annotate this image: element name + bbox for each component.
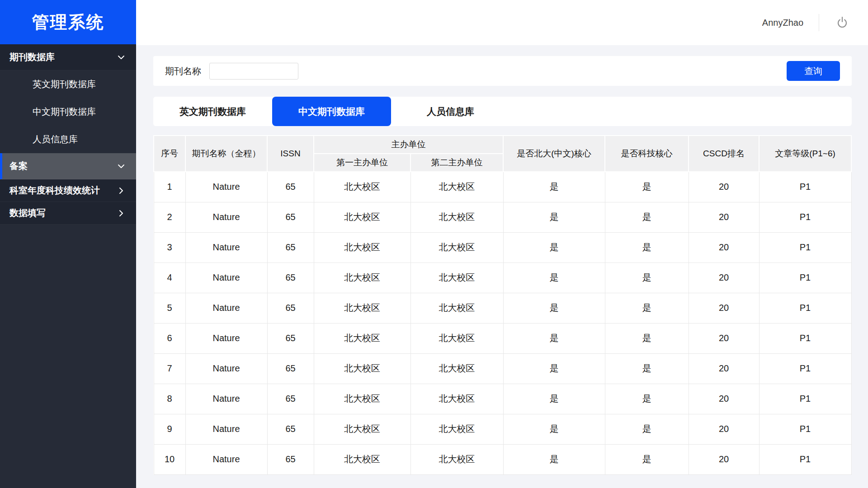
table-cell: 是 bbox=[605, 444, 689, 474]
table-body: 1Nature65北大校区北大校区是是20P12Nature65北大校区北大校区… bbox=[154, 172, 851, 474]
table-cell: 4 bbox=[154, 263, 185, 293]
table-cell: 是 bbox=[605, 172, 689, 202]
table-row: 4Nature65北大校区北大校区是是20P1 bbox=[154, 263, 851, 293]
col-header-journal-name: 期刊名称（全程） bbox=[185, 136, 267, 172]
table-cell: 65 bbox=[267, 353, 314, 384]
table-cell: 北大校区 bbox=[314, 384, 410, 414]
table-cell: 北大校区 bbox=[410, 384, 503, 414]
table-cell: 是 bbox=[605, 263, 689, 293]
sidebar-item-data-entry[interactable]: 数据填写 bbox=[0, 202, 136, 225]
table-cell: 20 bbox=[689, 172, 759, 202]
sidebar-item-journal-db[interactable]: 期刊数据库 bbox=[0, 44, 136, 70]
table-cell: 是 bbox=[605, 323, 689, 353]
table-cell: 20 bbox=[689, 323, 759, 353]
table-cell: 65 bbox=[267, 232, 314, 263]
table-cell: 北大校区 bbox=[314, 444, 410, 474]
table-cell: 北大校区 bbox=[410, 263, 503, 293]
table-row: 10Nature65北大校区北大校区是是20P1 bbox=[154, 444, 851, 474]
table-cell: 北大校区 bbox=[314, 202, 410, 232]
table-cell: 是 bbox=[503, 353, 605, 384]
table-cell: Nature bbox=[185, 293, 267, 323]
sidebar: 管理系统 期刊数据库 英文期刊数据库 中文期刊数据库 人员信息库 备案 科室年度… bbox=[0, 0, 136, 488]
table-cell: 9 bbox=[154, 414, 185, 444]
table-row: 9Nature65北大校区北大校区是是20P1 bbox=[154, 414, 851, 444]
table-cell: 65 bbox=[267, 263, 314, 293]
table-cell: P1 bbox=[759, 444, 851, 474]
table-cell: 7 bbox=[154, 353, 185, 384]
table-cell: 65 bbox=[267, 444, 314, 474]
query-button[interactable]: 查询 bbox=[787, 61, 840, 81]
table-cell: 1 bbox=[154, 172, 185, 202]
table-row: 6Nature65北大校区北大校区是是20P1 bbox=[154, 323, 851, 353]
tab-chinese-journal-db[interactable]: 中文期刊数据库 bbox=[272, 97, 391, 126]
table-cell: 20 bbox=[689, 444, 759, 474]
username[interactable]: AnnyZhao bbox=[762, 18, 803, 28]
table-row: 8Nature65北大校区北大校区是是20P1 bbox=[154, 384, 851, 414]
table-cell: 20 bbox=[689, 202, 759, 232]
topbar-divider bbox=[819, 14, 819, 31]
table-cell: 是 bbox=[503, 444, 605, 474]
table-cell: 20 bbox=[689, 263, 759, 293]
chevron-right-icon bbox=[117, 209, 125, 217]
table-cell: 10 bbox=[154, 444, 185, 474]
table-cell: Nature bbox=[185, 232, 267, 263]
journal-name-input[interactable] bbox=[209, 63, 298, 80]
table-cell: 北大校区 bbox=[410, 232, 503, 263]
sidebar-item-dept-stats[interactable]: 科室年度科技绩效统计 bbox=[0, 179, 136, 202]
col-header-index: 序号 bbox=[154, 136, 185, 172]
table-cell: 是 bbox=[503, 323, 605, 353]
table-row: 1Nature65北大校区北大校区是是20P1 bbox=[154, 172, 851, 202]
table-row: 3Nature65北大校区北大校区是是20P1 bbox=[154, 232, 851, 263]
table-cell: P1 bbox=[759, 323, 851, 353]
table-cell: 北大校区 bbox=[314, 263, 410, 293]
table-cell: Nature bbox=[185, 384, 267, 414]
app-logo: 管理系统 bbox=[0, 0, 136, 44]
journal-table: 序号 期刊名称（全程） ISSN 主办单位 是否北大(中文)核心 是否科技核心 … bbox=[153, 135, 852, 475]
table-row: 2Nature65北大校区北大校区是是20P1 bbox=[154, 202, 851, 232]
table-cell: 20 bbox=[689, 384, 759, 414]
table-cell: 北大校区 bbox=[314, 414, 410, 444]
table-cell: 是 bbox=[503, 263, 605, 293]
table-cell: 是 bbox=[605, 232, 689, 263]
table-cell: 是 bbox=[605, 353, 689, 384]
table-cell: 北大校区 bbox=[410, 202, 503, 232]
table-cell: Nature bbox=[185, 323, 267, 353]
table-cell: 北大校区 bbox=[410, 323, 503, 353]
sidebar-item-chinese-journal-db[interactable]: 中文期刊数据库 bbox=[0, 98, 136, 126]
sidebar-item-english-journal-db[interactable]: 英文期刊数据库 bbox=[0, 70, 136, 98]
table-cell: 北大校区 bbox=[314, 323, 410, 353]
table-cell: P1 bbox=[759, 263, 851, 293]
table-cell: 65 bbox=[267, 323, 314, 353]
topbar: AnnyZhao bbox=[136, 0, 868, 45]
main-area: AnnyZhao 期刊名称 查询 英文期刊数据库 中文期刊数据库 人员信息库 bbox=[136, 0, 868, 488]
tab-personnel-db[interactable]: 人员信息库 bbox=[391, 97, 510, 126]
table-cell: 是 bbox=[503, 202, 605, 232]
table-cell: P1 bbox=[759, 202, 851, 232]
tab-english-journal-db[interactable]: 英文期刊数据库 bbox=[153, 97, 272, 126]
table-cell: 65 bbox=[267, 384, 314, 414]
table-row: 7Nature65北大校区北大校区是是20P1 bbox=[154, 353, 851, 384]
table-cell: Nature bbox=[185, 353, 267, 384]
table-cell: 北大校区 bbox=[314, 232, 410, 263]
table-cell: 20 bbox=[689, 353, 759, 384]
table-cell: 北大校区 bbox=[410, 444, 503, 474]
table-cell: 北大校区 bbox=[314, 172, 410, 202]
table-cell: P1 bbox=[759, 384, 851, 414]
sidebar-item-filing[interactable]: 备案 bbox=[0, 153, 136, 179]
table-row: 5Nature65北大校区北大校区是是20P1 bbox=[154, 293, 851, 323]
table-cell: 2 bbox=[154, 202, 185, 232]
table-cell: 北大校区 bbox=[410, 172, 503, 202]
table-cell: P1 bbox=[759, 293, 851, 323]
table-header: 序号 期刊名称（全程） ISSN 主办单位 是否北大(中文)核心 是否科技核心 … bbox=[154, 136, 851, 172]
sidebar-item-personnel-db[interactable]: 人员信息库 bbox=[0, 126, 136, 153]
search-label: 期刊名称 bbox=[165, 65, 201, 77]
chevron-down-icon bbox=[117, 53, 125, 61]
col-header-organizer-group: 主办单位 bbox=[314, 136, 503, 154]
logout-power-button[interactable] bbox=[835, 15, 850, 30]
table-cell: 是 bbox=[503, 414, 605, 444]
table-cell: Nature bbox=[185, 263, 267, 293]
table-cell: P1 bbox=[759, 232, 851, 263]
chevron-down-icon bbox=[117, 162, 125, 170]
table-cell: P1 bbox=[759, 172, 851, 202]
col-header-article-grade: 文章等级(P1~6) bbox=[759, 136, 851, 172]
